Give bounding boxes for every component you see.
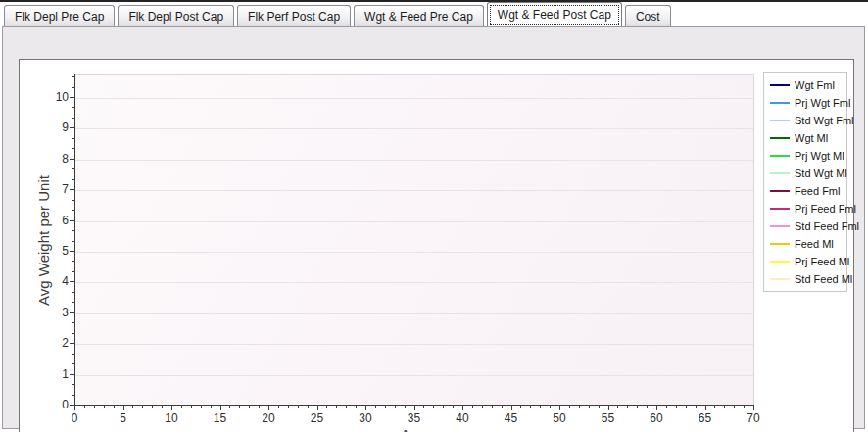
y-tick-label: 1 [20, 367, 69, 381]
legend-label: Wgt Ml [795, 132, 828, 144]
x-minor-tick [472, 406, 473, 408]
x-minor-tick [229, 406, 230, 408]
x-minor-tick [647, 406, 648, 408]
x-tick-label: 55 [594, 411, 623, 425]
y-major-tick [70, 405, 74, 406]
legend-label: Std Feed Ml [795, 273, 852, 285]
y-minor-tick [72, 210, 74, 211]
tab-label: Flk Depl Pre Cap [15, 10, 104, 24]
tab-label: Cost [636, 10, 660, 24]
x-major-tick [365, 406, 366, 410]
x-tick-label: 50 [545, 411, 574, 425]
x-minor-tick [714, 406, 715, 408]
x-tick-label: 70 [739, 411, 768, 425]
y-minor-tick [72, 107, 74, 108]
y-minor-tick [72, 333, 74, 334]
x-tick-label: 10 [157, 411, 186, 425]
gridline-y-6 [74, 221, 753, 222]
x-major-tick [171, 406, 172, 410]
gridline-y-1 [74, 375, 753, 376]
x-minor-tick [520, 406, 521, 408]
chart-panel: Avg Weight per Unit Age Wgt FmlPrj Wgt F… [19, 59, 854, 432]
legend-label: Feed Ml [795, 238, 834, 250]
y-major-tick [70, 281, 74, 282]
legend-item-std-wgt-fml: Std Wgt Fml [764, 112, 846, 129]
x-major-tick [559, 406, 560, 410]
tab-flk-perf-post-cap[interactable]: Flk Perf Post Cap [237, 5, 351, 26]
tab-flk-depl-pre-cap[interactable]: Flk Depl Pre Cap [4, 5, 115, 26]
y-tick-label: 9 [20, 120, 69, 134]
x-major-tick [462, 406, 463, 410]
y-minor-tick [72, 354, 74, 355]
tab-bar: Flk Depl Pre CapFlk Depl Post CapFlk Per… [4, 2, 671, 26]
y-tick-label: 10 [20, 90, 69, 104]
x-minor-tick [191, 406, 192, 408]
tab-flk-depl-post-cap[interactable]: Flk Depl Post Cap [118, 5, 234, 26]
y-tick-label: 7 [20, 182, 69, 196]
legend-swatch-prj-feed-ml [770, 261, 790, 263]
x-minor-tick [336, 406, 337, 408]
x-minor-tick [423, 406, 424, 408]
legend-swatch-prj-wgt-fml [770, 102, 790, 104]
legend-label: Std Wgt Fml [795, 115, 854, 126]
x-minor-tick [433, 406, 434, 408]
y-minor-tick [72, 271, 74, 272]
tab-label: Wgt & Feed Pre Cap [364, 10, 473, 24]
x-minor-tick [579, 406, 580, 408]
y-tick-label: 8 [20, 152, 69, 166]
x-minor-tick [201, 406, 202, 408]
gridline-y-7 [74, 190, 753, 191]
y-tick-label: 2 [20, 336, 69, 350]
y-major-tick [70, 251, 74, 252]
x-minor-tick [326, 406, 327, 408]
x-minor-tick [308, 406, 309, 408]
legend-item-prj-wgt-fml: Prj Wgt Fml [764, 94, 846, 112]
x-minor-tick [278, 406, 279, 408]
legend-label: Std Feed Fml [795, 220, 859, 232]
x-minor-tick [482, 406, 483, 408]
x-minor-tick [443, 406, 444, 408]
x-minor-tick [104, 406, 105, 408]
tab-cost[interactable]: Cost [625, 5, 671, 26]
x-minor-tick [502, 406, 503, 408]
x-minor-tick [239, 406, 240, 408]
x-minor-tick [249, 406, 250, 408]
tab-content-panel: Avg Weight per Unit Age Wgt FmlPrj Wgt F… [2, 26, 865, 429]
legend-swatch-prj-wgt-ml [770, 155, 790, 157]
x-minor-tick [627, 406, 628, 408]
legend-swatch-wgt-ml [770, 137, 790, 139]
x-minor-tick [599, 406, 600, 408]
y-major-tick [70, 159, 74, 160]
y-minor-tick [72, 292, 74, 293]
x-tick-label: 30 [351, 411, 380, 425]
x-minor-tick [211, 406, 212, 408]
x-minor-tick [132, 406, 133, 408]
x-minor-tick [734, 406, 735, 408]
y-major-tick [70, 127, 74, 128]
x-major-tick [608, 406, 609, 410]
x-major-tick [414, 406, 415, 410]
x-minor-tick [617, 406, 618, 408]
y-tick-label: 0 [20, 398, 69, 411]
x-tick-label: 15 [206, 411, 235, 425]
x-major-tick [705, 406, 706, 410]
x-minor-tick [162, 406, 163, 408]
legend-label: Feed Fml [795, 185, 840, 197]
x-tick-label: 60 [642, 411, 671, 425]
legend-swatch-prj-feed-fml [770, 208, 790, 210]
tab-wgt-feed-post-cap[interactable]: Wgt & Feed Post Cap [487, 2, 622, 26]
legend-item-wgt-ml: Wgt Ml [764, 129, 846, 147]
legend-swatch-std-wgt-ml [770, 172, 790, 174]
x-minor-tick [696, 406, 697, 408]
y-minor-tick [72, 302, 74, 303]
y-minor-tick [72, 118, 74, 119]
tab-wgt-feed-pre-cap[interactable]: Wgt & Feed Pre Cap [354, 5, 484, 26]
y-minor-tick [72, 168, 74, 169]
legend-swatch-feed-fml [770, 190, 790, 192]
x-minor-tick [550, 406, 551, 408]
y-axis-line [74, 74, 75, 406]
x-minor-tick [589, 406, 590, 408]
y-tick-label: 4 [20, 274, 69, 288]
x-tick-label: 20 [254, 411, 283, 425]
x-minor-tick [666, 406, 667, 408]
